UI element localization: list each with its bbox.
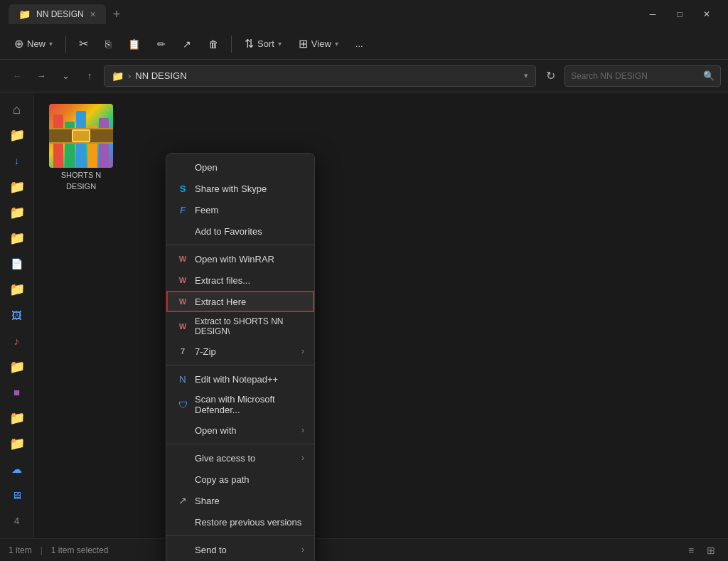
sort-label: Sort: [257, 38, 274, 49]
sidebar-item-folder3[interactable]: 📁: [4, 201, 30, 224]
ctx-open-winrar[interactable]: W Open with WinRAR: [166, 248, 314, 269]
ctx-add-favorites[interactable]: Add to Favorites: [166, 220, 314, 242]
current-path: NN DESIGN: [135, 70, 186, 81]
close-button[interactable]: ✕: [694, 3, 719, 26]
ctx-copy-path[interactable]: Copy as path: [166, 469, 314, 490]
tab-folder-icon: 📁: [18, 9, 31, 20]
more-icon: ...: [355, 38, 363, 49]
ctx-scan-defender[interactable]: 🛡 Scan with Microsoft Defender...: [166, 390, 314, 420]
7zip-icon: 7: [176, 345, 189, 358]
file-item[interactable]: SHORTS N DESIGN: [46, 104, 117, 191]
view-icon: ⊞: [299, 37, 308, 50]
send-to-arrow: ›: [301, 545, 304, 555]
buckle: [72, 129, 90, 142]
cut-button[interactable]: ✂: [72, 33, 95, 54]
context-menu: Open S Share with Skype F Feem Add to Fa…: [166, 153, 315, 561]
ctx-give-access[interactable]: Give access to ›: [166, 447, 314, 469]
open-with-icon: [176, 424, 189, 437]
ctx-share-skype[interactable]: S Share with Skype: [166, 178, 314, 199]
open-with-arrow: ›: [301, 425, 304, 435]
tab-area: 📁 NN DESIGN ✕ +: [9, 4, 124, 24]
ctx-open[interactable]: Open: [166, 156, 314, 178]
ctx-extract-files[interactable]: W Extract files...: [166, 269, 314, 291]
file-label-line2: DESIGN: [66, 182, 96, 191]
sidebar-item-folder4[interactable]: 📁: [4, 227, 30, 250]
sidebar-item-download[interactable]: ↓: [4, 149, 30, 172]
sidebar-item-monitor[interactable]: 🖥: [4, 484, 30, 507]
ctx-feem[interactable]: F Feem: [166, 199, 314, 220]
copy-button[interactable]: ⎘: [98, 35, 118, 53]
ctx-open-with-label: Open with: [195, 425, 237, 436]
sidebar-item-folder5[interactable]: 📁: [4, 278, 30, 301]
file-label-line1: SHORTS N: [61, 171, 102, 179]
ctx-send-to[interactable]: Send to ›: [166, 539, 314, 560]
active-tab[interactable]: 📁 NN DESIGN ✕: [9, 4, 106, 24]
minimize-button[interactable]: ─: [640, 3, 665, 26]
sidebar-item-number[interactable]: 4: [4, 510, 30, 533]
ctx-open-with[interactable]: Open with ›: [166, 420, 314, 441]
sidebar-item-image[interactable]: 🖼: [4, 304, 30, 326]
ctx-sep-4: [166, 535, 314, 536]
toolbar: ⊕ New ▾ ✂ ⎘ 📋 ✏ ↗ 🗑 ⇅ Sort ▾ ⊞ View ▾ ..…: [0, 28, 728, 60]
tab-close-button[interactable]: ✕: [90, 10, 96, 19]
sidebar-item-folder6[interactable]: 📁: [4, 356, 30, 378]
sort-button[interactable]: ⇅ Sort ▾: [237, 33, 289, 54]
ctx-feem-label: Feem: [195, 205, 218, 215]
address-path[interactable]: 📁 › NN DESIGN ▾: [104, 65, 536, 87]
ctx-edit-notepad[interactable]: N Edit with Notepad++: [166, 368, 314, 390]
sort-dropdown-icon: ▾: [278, 40, 282, 48]
view-label: View: [311, 38, 331, 49]
delete-button[interactable]: 🗑: [201, 35, 225, 53]
sort-icon: ⇅: [245, 37, 254, 50]
new-label: New: [27, 38, 46, 49]
recent-button[interactable]: ⌄: [55, 66, 75, 86]
ctx-extract-to-label: Extract to SHORTS NN DESIGN\: [195, 316, 304, 336]
ctx-7zip[interactable]: 7 7-Zip ›: [166, 341, 314, 362]
give-access-icon: [176, 452, 189, 464]
sidebar-item-folder7[interactable]: 📁: [4, 407, 30, 429]
ctx-give-access-label: Give access to: [195, 453, 255, 464]
rename-button[interactable]: ✏: [150, 35, 173, 53]
sidebar-item-folder1[interactable]: 📁: [4, 124, 30, 146]
sidebar-item-purple-app[interactable]: ■: [4, 381, 30, 404]
ctx-extract-here-label: Extract Here: [195, 296, 246, 307]
copy-icon: ⎘: [105, 38, 111, 50]
share-toolbar-icon: ↗: [183, 38, 191, 50]
ctx-restore-versions[interactable]: Restore previous versions: [166, 511, 314, 533]
sidebar-item-music[interactable]: ♪: [4, 330, 30, 353]
new-icon: ⊕: [14, 37, 23, 50]
ctx-extract-to[interactable]: W Extract to SHORTS NN DESIGN\: [166, 312, 314, 341]
send-to-icon: [176, 543, 189, 556]
search-box[interactable]: Search NN DESIGN 🔍: [564, 65, 721, 87]
forward-button[interactable]: →: [31, 66, 51, 86]
content-area: SHORTS N DESIGN Open S Share with Skype …: [34, 92, 728, 538]
title-bar: 📁 NN DESIGN ✕ + ─ □ ✕: [0, 0, 728, 28]
new-button[interactable]: ⊕ New ▾: [7, 33, 60, 54]
more-button[interactable]: ...: [348, 35, 370, 53]
ctx-extract-here[interactable]: W Extract Here: [166, 291, 314, 312]
sidebar-item-cloud[interactable]: ☁: [4, 458, 30, 481]
paste-button[interactable]: 📋: [121, 35, 147, 53]
back-button[interactable]: ←: [7, 66, 27, 86]
file-graphic-inner: [49, 104, 113, 168]
view-controls: ≡ ⊞: [682, 542, 719, 559]
grid-view-button[interactable]: ⊞: [702, 542, 719, 559]
share-button[interactable]: ↗: [176, 35, 198, 53]
winrar-icon-2: W: [176, 274, 189, 287]
maximize-button[interactable]: □: [667, 3, 692, 26]
up-button[interactable]: ↑: [80, 66, 100, 86]
sidebar-item-document[interactable]: 📄: [4, 252, 30, 275]
new-tab-button[interactable]: +: [109, 7, 125, 22]
main-area: ⌂ 📁 ↓ 📁 📁 📁 📄 📁 🖼 ♪ 📁 ■ 📁 📁 ☁ 🖥 4: [0, 92, 728, 538]
ctx-scan-defender-label: Scan with Microsoft Defender...: [195, 394, 304, 415]
path-dropdown-icon[interactable]: ▾: [524, 71, 528, 80]
sidebar-item-folder8[interactable]: 📁: [4, 432, 30, 455]
ctx-share-skype-label: Share with Skype: [195, 183, 267, 194]
sidebar-item-folder2[interactable]: 📁: [4, 176, 30, 198]
refresh-button[interactable]: ↻: [540, 66, 560, 86]
rename-icon: ✏: [157, 38, 166, 50]
view-button[interactable]: ⊞ View ▾: [291, 33, 346, 54]
list-view-button[interactable]: ≡: [682, 542, 700, 559]
sidebar-item-home[interactable]: ⌂: [4, 98, 30, 121]
ctx-share[interactable]: ↗ Share: [166, 490, 314, 511]
